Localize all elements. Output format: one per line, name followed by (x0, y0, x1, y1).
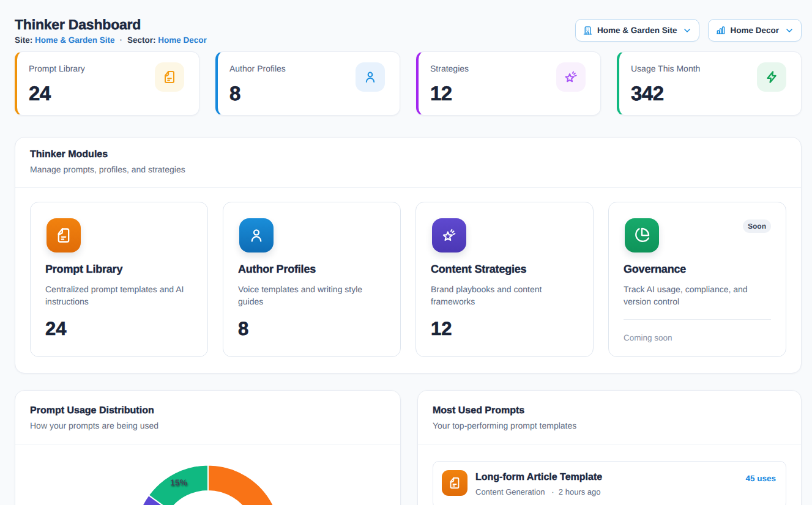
svg-text:15%: 15% (170, 477, 188, 487)
